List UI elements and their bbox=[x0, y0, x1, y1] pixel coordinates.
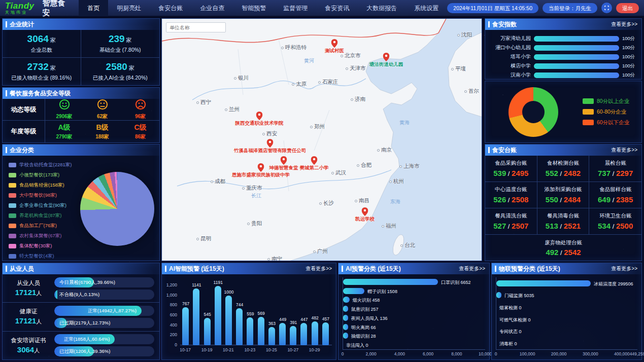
ledger-done-count: 649 bbox=[598, 195, 611, 204]
panel-header: 食安指数 查看更多>> bbox=[485, 19, 641, 30]
map-marker[interactable]: 竹溪县福泽酒店管理有限责任公司 bbox=[267, 139, 274, 150]
pie-legend-item[interactable]: 食品销售经营(158家) bbox=[9, 182, 72, 189]
hbar-rows: 口罩识别 6652帽子识别 1508烟火识别 458鼠患识别 257夜间人员闯入… bbox=[343, 277, 485, 349]
panel-header: 企业分类 bbox=[3, 144, 159, 156]
bar bbox=[496, 280, 591, 286]
progress-bar: 不合格(9人,0.13%) bbox=[54, 289, 154, 300]
index-bar-fill bbox=[534, 36, 619, 42]
ledger-cell-label: 食材检测台账 bbox=[547, 160, 579, 167]
map-marker[interactable]: 陕西交通职业技术学院 bbox=[256, 112, 263, 122]
pie-legend-item[interactable]: 学校含幼托食堂(2281家) bbox=[9, 162, 72, 168]
bar-value-label: 545 bbox=[199, 312, 216, 317]
page-title: 智慧食安 bbox=[42, 0, 65, 18]
pie-legend-item[interactable]: 养老机构食堂(87家) bbox=[9, 212, 72, 219]
hbar-row: 专间状态 0 bbox=[496, 325, 637, 338]
ledger-total-count: 2297 bbox=[616, 169, 633, 177]
nav-item-3[interactable]: 企业自查 bbox=[191, 0, 233, 16]
map-marker-label: 恩施市盛家坝民族初级中学 bbox=[232, 172, 290, 178]
progress-bar: 正常(14942人,87.27%) bbox=[54, 306, 154, 316]
pie-legend-item[interactable]: 农村集体聚餐(67家) bbox=[9, 233, 72, 239]
x-axis-label: 10-29 bbox=[304, 347, 325, 352]
hbar-row: 烟火识别 458 bbox=[343, 296, 485, 305]
donut-legend-item[interactable]: 80分以上企业 bbox=[583, 98, 629, 105]
map-marker[interactable]: 测试村医 bbox=[331, 39, 338, 50]
legend-label: 小微型餐饮(173家) bbox=[19, 172, 59, 178]
pie-legend-item[interactable]: 集体配餐(30家) bbox=[9, 243, 72, 249]
map-marker[interactable]: 坤德智慧食堂 bbox=[281, 156, 287, 167]
city-dot-icon bbox=[267, 258, 270, 261]
level-count: 188家 bbox=[95, 133, 109, 140]
nav-item-6[interactable]: 食安资讯 bbox=[316, 0, 358, 16]
ledger-cell-values: 552 / 2482 bbox=[546, 169, 581, 177]
ledger-total-count: 2495 bbox=[512, 169, 528, 177]
ledger-total-count: 2500 bbox=[616, 222, 633, 230]
nav-item-8[interactable]: 系统设置 bbox=[405, 0, 447, 16]
ledger-cell-values: 513 / 2521 bbox=[546, 222, 581, 230]
view-more-link[interactable]: 查看更多>> bbox=[306, 265, 332, 272]
ledger-cell-values: 539 / 2495 bbox=[493, 169, 528, 177]
stat-unit: 家 bbox=[126, 37, 132, 43]
fullscreen-icon bbox=[604, 5, 609, 11]
donut-legend-item[interactable]: 60-80分企业 bbox=[583, 108, 629, 116]
enterprise-category-body: 学校含幼托食堂(2281家)小微型餐饮(173家)食品销售经营(158家)大中型… bbox=[3, 156, 159, 261]
staff-group-header: 食安培训证书3064人 bbox=[3, 337, 54, 354]
legend-label: 食品加工厂(76家) bbox=[19, 223, 57, 229]
map-marker[interactable]: 樊城第二小学 bbox=[311, 156, 318, 167]
pie-legend-item[interactable]: 食品加工厂(76家) bbox=[9, 223, 72, 229]
pie-legend-item[interactable]: 企事业单位食堂(90家) bbox=[9, 202, 72, 209]
nav-item-1[interactable]: 明厨亮灶 bbox=[108, 0, 150, 16]
map-city-label: 杭州 bbox=[389, 178, 404, 185]
nav-item-7[interactable]: 大数据报告 bbox=[358, 0, 405, 16]
legend-swatch bbox=[9, 163, 16, 167]
map-city-label: 沈阳 bbox=[457, 31, 472, 39]
map-marker[interactable]: 恩施市盛家坝民族初级中学 bbox=[258, 163, 264, 174]
map-city-label: 重庆市 bbox=[242, 185, 262, 192]
map-marker[interactable]: 塘沽街道幼儿园 bbox=[383, 53, 390, 63]
pie-legend-item[interactable]: 小微型餐饮(173家) bbox=[9, 172, 72, 178]
x-axis-label: 10-27 bbox=[283, 347, 303, 352]
y-axis-tick: 400 bbox=[162, 322, 177, 328]
map-marker[interactable]: 凯运学校 bbox=[362, 207, 368, 218]
logout-button[interactable]: 退出 bbox=[616, 3, 639, 13]
city-dot-icon bbox=[382, 225, 384, 228]
y-axis-tick: 0 bbox=[162, 342, 177, 347]
progress-fill bbox=[54, 289, 57, 300]
city-name: 北京市 bbox=[345, 52, 361, 59]
hbar-row: 门磁监测 5035 bbox=[496, 289, 637, 302]
map-water-label: 黄海 bbox=[399, 119, 410, 126]
staff-group: 从业人员17121人今日晨检(6790人,39.66%)不合格(9人,0.13%… bbox=[3, 274, 159, 302]
ledger-cell: 添加剂采购台账550 / 2484 bbox=[537, 182, 590, 208]
bar-label: 抽烟识别 28 bbox=[351, 333, 376, 340]
index-score: 100分 bbox=[619, 45, 637, 51]
donut-legend-item[interactable]: 60分以下企业 bbox=[583, 119, 629, 126]
nav-item-2[interactable]: 食安台账 bbox=[150, 0, 191, 16]
nav-item-0[interactable]: 首页 bbox=[79, 0, 108, 16]
x-axis-tick: 4,000 bbox=[394, 351, 405, 356]
nav-item-5[interactable]: 监督管理 bbox=[275, 0, 316, 16]
staff-total-number: 17121 bbox=[15, 316, 37, 325]
nav-item-4[interactable]: 智能预警 bbox=[233, 0, 275, 16]
x-axis-tick: 0 bbox=[495, 351, 497, 356]
x-axis: 02,0004,0006,0008,00010,000 bbox=[343, 349, 485, 357]
view-more-link[interactable]: 查看更多>> bbox=[611, 21, 637, 28]
stat-number: 2732 bbox=[27, 61, 49, 72]
fullscreen-button[interactable] bbox=[601, 3, 612, 13]
ledger-footer-cell: 废弃物处理台账492 / 2542 bbox=[485, 235, 641, 261]
staff-group: 食安培训证书3064人正常(1858人,60.64%)已过期(1206人,39.… bbox=[3, 331, 159, 359]
legend-swatch bbox=[9, 254, 16, 259]
search-input[interactable] bbox=[166, 22, 226, 32]
ledger-separator: / bbox=[506, 170, 512, 177]
level-count: 2906家 bbox=[56, 113, 72, 120]
legend-swatch bbox=[9, 244, 16, 248]
view-more-link[interactable]: 查看更多>> bbox=[611, 147, 637, 154]
pie-legend-item[interactable]: 特大型餐饮(4家) bbox=[9, 253, 72, 260]
y-axis-tick: 1,200 bbox=[162, 282, 177, 287]
stat-unit: 家 bbox=[50, 65, 56, 71]
pie-legend-item[interactable]: 大中型餐饮(98家) bbox=[9, 192, 72, 199]
view-more-link[interactable]: 查看更多>> bbox=[459, 265, 485, 272]
panel-header: 物联预警分类 (近15天) 查看更多>> bbox=[492, 263, 641, 274]
view-more-link[interactable]: 查看更多>> bbox=[611, 265, 637, 272]
index-bar-fill bbox=[534, 63, 619, 69]
panel-title: 餐饮服务食品安全等级 bbox=[6, 89, 71, 98]
city-name: 石家庄 bbox=[322, 79, 338, 86]
